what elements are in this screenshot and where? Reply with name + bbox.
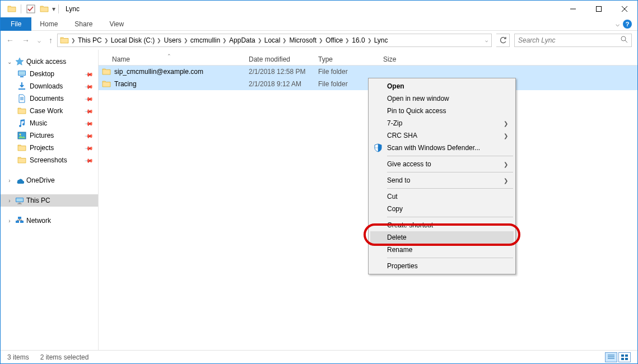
nav-this-pc[interactable]: ›This PC (1, 194, 98, 207)
tab-share[interactable]: Share (66, 18, 101, 30)
breadcrumb-item[interactable]: Microsoft❯ (289, 36, 325, 44)
chevron-right-icon[interactable]: ❯ (69, 38, 78, 43)
folder-icon (102, 80, 111, 88)
cm-properties[interactable]: Properties (370, 260, 514, 272)
breadcrumb-item[interactable]: Local Disk (C:)❯ (111, 36, 164, 44)
chevron-right-icon[interactable]: › (6, 198, 13, 204)
svg-rect-18 (625, 358, 628, 360)
breadcrumb-item[interactable]: Local❯ (264, 36, 290, 44)
chevron-right-icon: ❯ (504, 120, 508, 127)
chevron-right-icon[interactable]: ❯ (102, 38, 111, 43)
tab-home[interactable]: Home (31, 18, 66, 30)
forward-button[interactable]: → (22, 36, 30, 45)
large-icons-view-button[interactable] (618, 352, 631, 362)
nav-item-projects[interactable]: Projects📌 (1, 142, 98, 154)
separator (387, 188, 513, 189)
nav-item-documents[interactable]: Documents📌 (1, 92, 98, 105)
chevron-right-icon[interactable]: ❯ (343, 38, 352, 43)
chevron-right-icon[interactable]: › (6, 178, 13, 184)
svg-rect-13 (597, 7, 602, 12)
chevron-right-icon[interactable]: ❯ (181, 38, 190, 43)
col-date[interactable]: Date modified (244, 55, 314, 63)
chevron-right-icon: ❯ (504, 178, 508, 184)
cm-7zip[interactable]: 7-Zip❯ (370, 117, 514, 129)
column-headers: Name⌃ Date modified Type Size (99, 50, 637, 66)
chevron-right-icon[interactable]: ❯ (155, 38, 164, 43)
cm-delete[interactable]: Delete (370, 231, 514, 244)
table-row[interactable]: sip_cmcmullin@example.com 2/1/2018 12:58… (99, 66, 637, 78)
chevron-right-icon[interactable]: ❯ (220, 38, 229, 43)
cm-crc-sha[interactable]: CRC SHA❯ (370, 129, 514, 142)
search-box[interactable] (514, 34, 632, 47)
nav-item-downloads[interactable]: Downloads📌 (1, 80, 98, 92)
separator (387, 156, 513, 156)
pin-icon: 📌 (85, 156, 94, 165)
chevron-right-icon[interactable]: ❯ (280, 38, 289, 43)
chevron-right-icon[interactable]: › (6, 218, 13, 224)
nav-item-desktop[interactable]: Desktop📌 (1, 68, 98, 80)
cm-open[interactable]: Open (370, 80, 514, 92)
tab-view[interactable]: View (101, 18, 132, 30)
search-input[interactable] (518, 36, 621, 44)
folder-icon (17, 143, 26, 152)
desktop-icon (17, 69, 26, 78)
col-size[interactable]: Size (379, 55, 423, 63)
svg-rect-15 (621, 354, 624, 357)
help-icon[interactable]: ? (623, 20, 632, 29)
nav-onedrive[interactable]: ›OneDrive (1, 174, 98, 186)
details-view-button[interactable] (605, 352, 617, 362)
breadcrumb-item[interactable]: Lync (374, 36, 388, 44)
nav-item-casework[interactable]: Case Work📌 (1, 105, 98, 117)
breadcrumb-item[interactable]: Office❯ (325, 36, 352, 44)
nav-item-screenshots[interactable]: Screenshots📌 (1, 154, 98, 166)
cm-rename[interactable]: Rename (370, 244, 514, 256)
chevron-down-icon[interactable]: ⌄ (6, 59, 13, 65)
cm-create-shortcut[interactable]: Create shortcut (370, 219, 514, 231)
close-button[interactable] (612, 1, 637, 17)
nav-buttons: ← → ⌵ ↑ (6, 36, 53, 45)
network-icon (15, 216, 24, 225)
nav-quick-access[interactable]: ⌄ Quick access (1, 55, 98, 68)
svg-rect-17 (621, 358, 624, 360)
breadcrumb-dropdown-icon[interactable]: ⌵ (482, 38, 491, 43)
history-dropdown-icon[interactable]: ⌵ (38, 38, 41, 44)
up-button[interactable]: ↑ (49, 36, 53, 45)
separator (387, 217, 513, 217)
breadcrumb[interactable]: ❯ This PC❯ Local Disk (C:)❯ Users❯ cmcmu… (57, 34, 492, 47)
search-icon[interactable] (621, 36, 628, 45)
properties-check-icon[interactable] (24, 3, 37, 16)
nav-item-music[interactable]: Music📌 (1, 117, 98, 129)
cm-send-to[interactable]: Send to❯ (370, 174, 514, 186)
col-type[interactable]: Type (314, 55, 379, 63)
minimize-button[interactable] (560, 1, 586, 17)
breadcrumb-item[interactable]: cmcmullin❯ (190, 36, 229, 44)
refresh-button[interactable] (496, 34, 510, 47)
breadcrumb-item[interactable]: AppData❯ (229, 36, 264, 44)
col-name[interactable]: Name⌃ (99, 55, 244, 63)
nav-network[interactable]: ›Network (1, 214, 98, 227)
chevron-right-icon[interactable]: ❯ (316, 38, 325, 43)
window-title: Lync (66, 5, 80, 13)
cm-open-new-window[interactable]: Open in new window (370, 92, 514, 105)
chevron-right-icon[interactable]: ❯ (255, 38, 264, 43)
pin-icon: 📌 (85, 82, 94, 91)
folder-icon (17, 156, 26, 165)
view-toggles (605, 352, 631, 362)
nav-item-pictures[interactable]: Pictures📌 (1, 129, 98, 142)
file-tab[interactable]: File (1, 17, 31, 31)
ribbon-expand-icon[interactable]: ⌵ (616, 20, 620, 28)
cm-defender[interactable]: Scan with Windows Defender... (370, 142, 514, 154)
cm-copy[interactable]: Copy (370, 203, 514, 215)
back-button[interactable]: ← (6, 36, 14, 45)
cm-pin-quick-access[interactable]: Pin to Quick access (370, 105, 514, 117)
maximize-button[interactable] (586, 1, 612, 17)
cm-give-access[interactable]: Give access to❯ (370, 158, 514, 170)
breadcrumb-item[interactable]: Users❯ (164, 36, 190, 44)
breadcrumb-item[interactable]: 16.0❯ (352, 36, 374, 44)
qat-dropdown-icon[interactable]: ▾ (52, 5, 55, 13)
star-icon (15, 57, 24, 66)
breadcrumb-item[interactable]: This PC❯ (78, 36, 111, 44)
status-item-count: 3 items (7, 353, 29, 361)
chevron-right-icon[interactable]: ❯ (365, 38, 374, 43)
cm-cut[interactable]: Cut (370, 190, 514, 203)
